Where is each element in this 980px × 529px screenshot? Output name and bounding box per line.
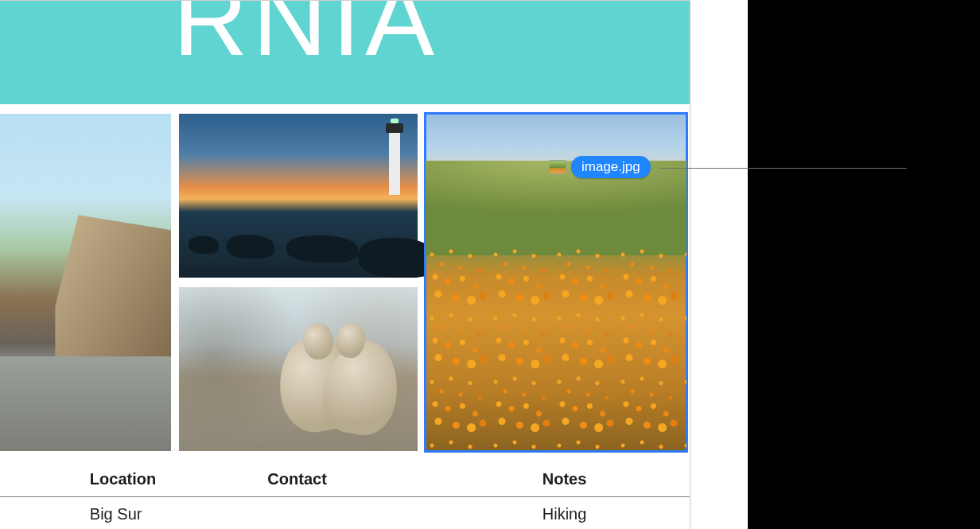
annotation-leader-line bbox=[660, 168, 907, 169]
itinerary-table[interactable]: ity Location Contact Notes e Beach Park … bbox=[0, 461, 690, 529]
photo-coastal-cliffs[interactable] bbox=[0, 114, 171, 451]
header-activity: ity bbox=[0, 461, 76, 497]
cell-location[interactable]: Big Sur bbox=[76, 497, 254, 530]
image-content bbox=[426, 242, 686, 451]
cell-activity[interactable]: e Beach Park bbox=[0, 497, 76, 530]
table-header-row: ity Location Contact Notes bbox=[0, 461, 690, 497]
photo-lighthouse-sunset[interactable] bbox=[179, 114, 418, 278]
header-contact: Contact bbox=[253, 461, 527, 497]
table-row[interactable]: e Beach Park Big Sur Hiking bbox=[0, 497, 690, 530]
header-notes: Notes bbox=[528, 461, 690, 497]
photo-poppies-hillside-selected[interactable] bbox=[426, 114, 686, 451]
image-gallery bbox=[0, 104, 690, 461]
document-viewport: RNIA bbox=[0, 0, 748, 529]
header-location: Location bbox=[76, 461, 254, 497]
image-content bbox=[179, 208, 418, 278]
image-content bbox=[0, 356, 171, 451]
photo-sea-lions[interactable] bbox=[179, 287, 418, 451]
image-content bbox=[389, 131, 400, 195]
cell-notes[interactable]: Hiking bbox=[528, 497, 690, 530]
document-page[interactable]: RNIA bbox=[0, 0, 690, 529]
title-banner: RNIA bbox=[0, 1, 690, 104]
document-title: RNIA bbox=[173, 1, 439, 79]
image-content bbox=[55, 215, 171, 367]
cell-contact[interactable] bbox=[253, 497, 527, 530]
